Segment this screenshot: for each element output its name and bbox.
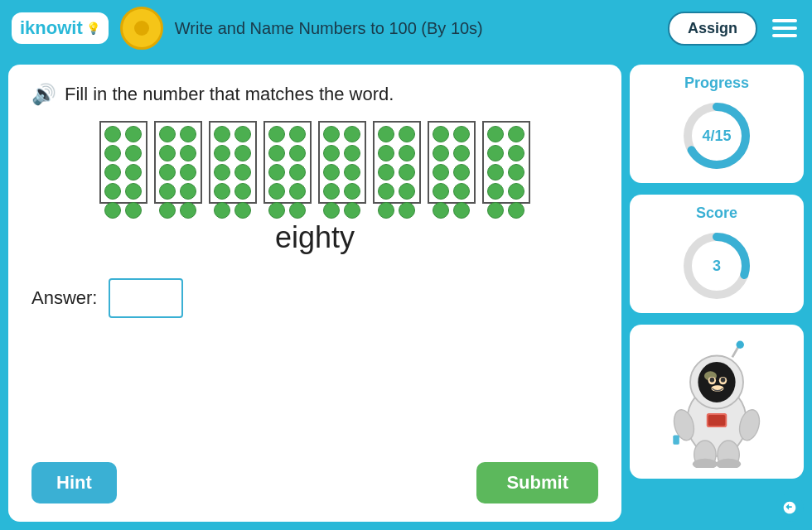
dot: [378, 164, 394, 181]
ten-frame: [209, 121, 257, 204]
dot: [378, 202, 394, 219]
dot: [234, 145, 251, 161]
content-area: 🔊 Fill in the number that matches the wo…: [8, 65, 621, 522]
dot: [323, 126, 340, 142]
dot: [399, 145, 415, 161]
answer-label: Answer:: [31, 287, 97, 309]
dot: [399, 183, 415, 200]
dot: [159, 164, 176, 181]
logo-text: iknowit: [20, 17, 83, 39]
dot: [159, 183, 176, 200]
submit-button[interactable]: Submit: [476, 462, 598, 504]
dot: [180, 126, 196, 142]
dot: [234, 202, 251, 219]
dot: [268, 164, 285, 181]
ten-frame: [99, 121, 147, 204]
dot: [508, 164, 524, 181]
dot: [487, 183, 504, 200]
bottom-buttons: Hint Submit: [31, 462, 598, 504]
speaker-icon[interactable]: 🔊: [31, 83, 56, 106]
menu-button[interactable]: [769, 16, 800, 41]
dot: [125, 145, 142, 161]
astronaut-icon: [659, 335, 775, 468]
dot: [399, 126, 415, 142]
back-button[interactable]: [776, 494, 804, 522]
dot: [378, 126, 394, 142]
dot: [508, 183, 524, 200]
dot: [268, 145, 285, 161]
score-label: Score: [696, 205, 737, 222]
dot: [125, 126, 142, 142]
dot: [104, 126, 121, 142]
dot: [453, 126, 470, 142]
dot: [323, 164, 340, 181]
answer-row: Answer:: [31, 278, 598, 318]
answer-input[interactable]: [109, 278, 183, 318]
svg-rect-23: [673, 435, 679, 444]
dot: [378, 145, 394, 161]
score-value: 3: [713, 258, 721, 275]
dot: [268, 183, 285, 200]
dot: [344, 202, 360, 219]
dot: [487, 164, 504, 181]
bulb-icon: 💡: [86, 22, 100, 35]
dot: [289, 126, 306, 142]
dot: [433, 202, 449, 219]
dot: [487, 202, 504, 219]
dot: [433, 126, 449, 142]
dot: [125, 183, 142, 200]
progress-label: Progress: [684, 75, 749, 92]
score-donut: 3: [679, 229, 754, 303]
ten-frame: [428, 121, 476, 204]
dot: [508, 126, 524, 142]
coin-inner: [134, 21, 149, 36]
main-container: 🔊 Fill in the number that matches the wo…: [0, 56, 812, 530]
dot: [234, 183, 251, 200]
dot: [487, 126, 504, 142]
svg-point-11: [710, 378, 715, 383]
ten-frame: [263, 121, 312, 204]
hint-button[interactable]: Hint: [31, 462, 117, 504]
dot: [125, 164, 142, 181]
dot: [180, 145, 196, 161]
ten-frame: [318, 121, 366, 204]
hamburger-line-2: [772, 26, 797, 30]
word-display: eighty: [31, 220, 598, 255]
question-header: 🔊 Fill in the number that matches the wo…: [31, 83, 598, 106]
dot: [453, 164, 470, 181]
dot: [159, 202, 176, 219]
dot: [234, 126, 251, 142]
assign-button[interactable]: Assign: [668, 12, 757, 46]
dot: [453, 183, 470, 200]
dot: [433, 145, 449, 161]
svg-line-21: [732, 346, 739, 357]
dot: [289, 164, 306, 181]
progress-card: Progress 4/15: [630, 65, 804, 183]
dot: [344, 183, 360, 200]
ten-frames-container: [31, 121, 598, 204]
dot: [289, 145, 306, 161]
svg-point-6: [698, 362, 735, 402]
dot: [453, 145, 470, 161]
page-title: Write and Name Numbers to 100 (By 10s): [175, 19, 656, 38]
dot: [125, 202, 142, 219]
dot: [508, 145, 524, 161]
dot: [104, 145, 121, 161]
dot: [180, 202, 196, 219]
instruction-text: Fill in the number that matches the word…: [65, 84, 394, 105]
dot: [289, 183, 306, 200]
progress-donut: 4/15: [679, 99, 754, 173]
dot: [508, 202, 524, 219]
dot: [159, 145, 176, 161]
header: iknowit 💡 Write and Name Numbers to 100 …: [0, 0, 812, 56]
dot: [433, 164, 449, 181]
dot: [453, 202, 470, 219]
dot: [487, 145, 504, 161]
dot: [104, 183, 121, 200]
dot: [323, 145, 340, 161]
dot: [399, 202, 415, 219]
dot: [214, 202, 230, 219]
dot: [268, 126, 285, 142]
dot: [378, 183, 394, 200]
dot: [214, 164, 230, 181]
